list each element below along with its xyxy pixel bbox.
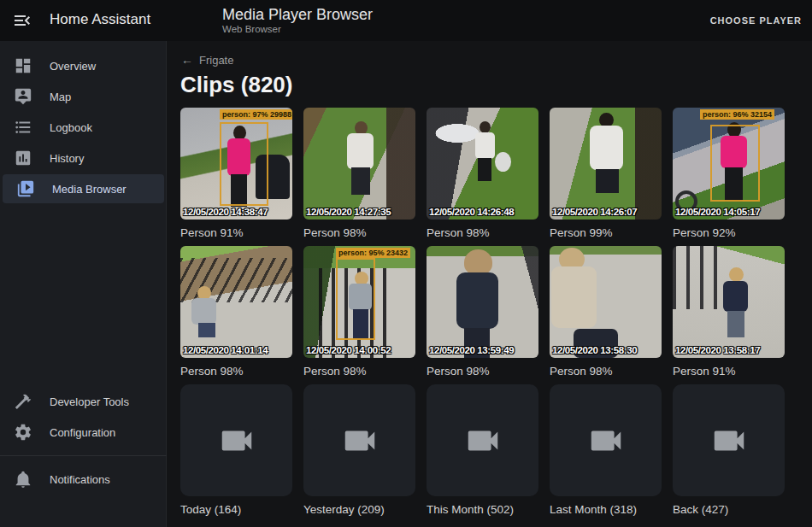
clip-tile[interactable]: 12/05/2020 13:58:17 Person 91% [673,246,785,378]
view-dashboard-icon [14,56,32,75]
scene-figure [191,298,216,325]
sidebar-item-overview[interactable]: Overview [0,51,167,80]
app-title: Home Assistant [50,11,150,28]
video-icon [463,421,503,460]
clip-tile[interactable]: 12/05/2020 13:58:30 Person 98% [550,246,662,378]
clip-tile[interactable]: 12/05/2020 14:01:14 Person 98% [180,246,292,378]
clip-timestamp: 12/05/2020 13:59:49 [429,345,514,355]
clip-timestamp: 12/05/2020 14:00:52 [306,345,391,355]
clip-caption: Person 98% [303,226,415,239]
sidebar-item-label: Overview [50,60,96,73]
sidebar-item-label: Map [50,91,71,103]
clip-tile[interactable]: person: 96% 32154 12/05/2020 14:05:17 Pe… [673,108,785,239]
bell-icon [14,470,32,489]
folder-card[interactable] [427,384,538,496]
clip-caption: Person 99% [550,226,662,239]
clip-thumbnail[interactable]: person: 96% 32154 12/05/2020 14:05:17 [673,108,785,220]
clip-caption: Person 98% [427,365,538,378]
chart-box-icon [14,149,32,167]
choose-player-button[interactable]: CHOOSE PLAYER [710,0,802,41]
scene-figure [351,167,370,195]
video-icon [709,421,749,460]
folder-tile-this-month[interactable]: This Month (502) [427,384,538,516]
detection-bounding-box [336,258,375,340]
page-title: Clips (820) [180,72,293,98]
list-bulleted-icon [14,118,32,137]
clip-thumbnail[interactable]: 12/05/2020 14:01:14 [180,246,292,358]
account-tooltip-icon [14,87,32,106]
video-icon [586,421,626,460]
clip-thumbnail[interactable]: person: 97% 29988 12/05/2020 14:38:47 [180,108,292,220]
sidebar-item-map[interactable]: Map [0,82,167,111]
clip-timestamp: 12/05/2020 14:26:48 [429,207,514,217]
folder-tile-back[interactable]: Back (427) [673,384,785,516]
scene-figure [475,132,495,159]
sidebar-divider [0,455,167,456]
sidebar-item-developer-tools[interactable]: Developer Tools [0,387,167,416]
folder-card[interactable] [673,384,785,496]
clip-tile[interactable]: 12/05/2020 14:26:07 Person 99% [550,108,662,239]
clip-timestamp: 12/05/2020 13:58:17 [675,345,760,355]
clip-timestamp: 12/05/2020 14:38:47 [183,207,268,217]
scene-figure [456,272,498,329]
top-bar: Home Assistant Media Player Browser Web … [0,0,812,41]
clip-thumbnail[interactable]: 12/05/2020 13:58:17 [673,246,785,358]
folder-tile-last-month[interactable]: Last Month (318) [550,384,662,516]
folder-caption: Back (427) [673,503,785,516]
gear-icon [14,423,32,442]
main-content: ← Frigate Clips (820) person: 97% 29988 … [168,41,812,527]
sidebar-item-label: Logbook [50,121,92,134]
scene-figure [464,249,492,275]
sidebar-item-label: Media Browser [52,183,127,196]
folder-card[interactable] [180,384,292,496]
scene-figure [198,323,215,337]
hammer-icon [14,392,32,411]
clip-tile[interactable]: person: 97% 29988 12/05/2020 14:38:47 Pe… [180,108,292,239]
folder-card[interactable] [550,384,662,496]
clip-thumbnail[interactable]: 12/05/2020 14:27:35 [303,108,415,220]
scene-figure [590,126,623,170]
clip-tile[interactable]: 12/05/2020 14:27:35 Person 98% [303,108,415,239]
clip-thumbnail[interactable]: person: 95% 23432 12/05/2020 14:00:52 [303,246,415,358]
breadcrumb-back-link[interactable]: ← Frigate [181,53,233,67]
sidebar-item-label: Configuration [50,426,115,439]
sidebar-item-label: History [50,152,84,165]
clip-timestamp: 12/05/2020 14:01:14 [183,345,268,355]
sidebar-item-label: Notifications [50,473,110,486]
clip-thumbnail[interactable]: 12/05/2020 14:26:07 [550,108,662,220]
clip-tile[interactable]: 12/05/2020 14:26:48 Person 98% [427,108,538,239]
clip-thumbnail[interactable]: 12/05/2020 14:26:48 [427,108,538,220]
sidebar-item-history[interactable]: History [0,143,167,173]
menu-open-icon[interactable] [12,10,32,31]
clip-thumbnail[interactable]: 12/05/2020 13:58:30 [550,246,662,358]
folder-caption: Yesterday (209) [303,503,415,516]
clip-tile[interactable]: 12/05/2020 13:59:49 Person 98% [427,246,538,378]
sidebar: Overview Map Logbook History Media Brows… [0,41,167,527]
sidebar-item-media-browser[interactable]: Media Browser [3,174,164,203]
clip-caption: Person 98% [303,365,415,378]
play-box-multiple-icon [16,179,35,198]
clip-tile[interactable]: person: 95% 23432 12/05/2020 14:00:52 Pe… [303,246,415,378]
sidebar-item-configuration[interactable]: Configuration [0,418,167,447]
page-header-subtitle: Web Browser [222,24,281,34]
scene-figure [729,267,744,282]
folder-tile-today[interactable]: Today (164) [180,384,292,516]
clip-thumbnail[interactable]: 12/05/2020 13:59:49 [427,246,538,358]
detection-bounding-box [220,122,268,206]
folder-card[interactable] [303,384,415,496]
scene-figure [727,311,744,337]
detection-label: person: 96% 32154 [700,109,774,120]
folder-tile-yesterday[interactable]: Yesterday (209) [303,384,415,516]
back-arrow-icon: ← [181,53,193,67]
clip-timestamp: 12/05/2020 14:05:17 [675,207,760,217]
scene-figure [495,152,511,172]
clip-caption: Person 98% [427,226,538,239]
sidebar-item-notifications[interactable]: Notifications [0,465,167,494]
clip-caption: Person 92% [673,226,785,239]
sidebar-item-logbook[interactable]: Logbook [0,113,167,142]
sidebar-item-label: Developer Tools [50,395,129,408]
clip-timestamp: 12/05/2020 13:58:30 [552,345,637,355]
detection-label: person: 97% 29988 [220,109,292,120]
scene-figure [551,266,597,328]
detection-bounding-box [710,125,760,202]
